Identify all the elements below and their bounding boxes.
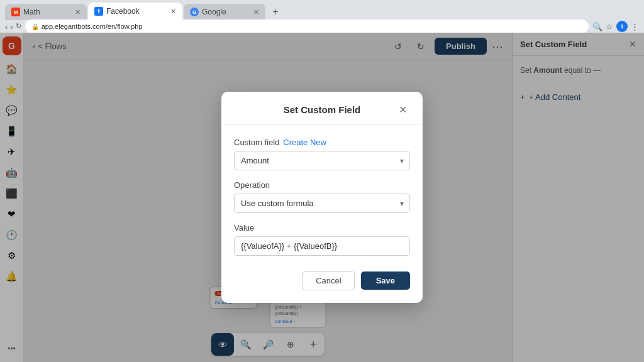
tab-bar: M Math ✕ f Facebook ✕ G Google ✕ + [0, 0, 644, 20]
custom-field-select[interactable]: Amount [234, 151, 410, 170]
tab-math-title: Math [23, 8, 40, 16]
save-button[interactable]: Save [361, 272, 410, 290]
custom-field-label: Custom field [234, 138, 279, 147]
custom-field-select-wrapper: Amount ▾ [234, 151, 410, 170]
profile-icon[interactable]: 1 [616, 21, 628, 32]
math-favicon: M [11, 8, 20, 16]
modal-body: Custom field Create New Amount ▾ Operati… [221, 125, 423, 271]
tab-facebook[interactable]: f Facebook ✕ [88, 3, 182, 20]
facebook-favicon: f [94, 7, 103, 16]
custom-field-group: Custom field Create New Amount ▾ [234, 138, 410, 170]
address-bar: ‹ › ↻ 🔒 app.elegantbots.com/en/flow.php … [0, 20, 644, 33]
cancel-button[interactable]: Cancel [303, 271, 354, 290]
bookmark-icon[interactable]: ☆ [606, 22, 613, 31]
tab-google[interactable]: G Google ✕ [184, 4, 265, 20]
forward-button[interactable]: › [10, 22, 13, 31]
reload-button[interactable]: ↻ [16, 22, 21, 31]
modal: Set Custom Field ✕ Custom field Create N… [221, 92, 423, 303]
custom-field-label-row: Custom field Create New [234, 138, 410, 147]
menu-icon[interactable]: ⋮ [631, 22, 639, 31]
operation-label: Operation [234, 180, 410, 190]
address-text: app.elegantbots.com/en/flow.php [42, 23, 143, 30]
back-button[interactable]: ‹ [5, 22, 8, 31]
tab-google-close[interactable]: ✕ [253, 8, 259, 16]
modal-header: Set Custom Field ✕ [221, 92, 423, 125]
tab-google-title: Google [202, 8, 226, 16]
modal-overlay: Set Custom Field ✕ Custom field Create N… [0, 33, 644, 362]
lock-icon: 🔒 [31, 23, 39, 30]
modal-title: Set Custom Field [249, 104, 395, 115]
app-body: G 🏠 ⭐ 💬 📱 ✈ 🤖 ⬛ ❤ 🕐 ⚙ 🔔 ••• ‹ < Flows ↺ … [0, 33, 644, 362]
tab-math-close[interactable]: ✕ [75, 8, 80, 16]
tab-facebook-title: Facebook [106, 7, 140, 16]
operation-select-wrapper: Use custom formula ▾ [234, 194, 410, 213]
new-tab-button[interactable]: + [267, 4, 284, 20]
create-new-link[interactable]: Create New [283, 138, 326, 147]
value-input[interactable] [234, 236, 410, 256]
address-input[interactable]: 🔒 app.elegantbots.com/en/flow.php [25, 19, 589, 33]
tab-facebook-close[interactable]: ✕ [170, 8, 176, 16]
search-icon[interactable]: 🔍 [592, 22, 602, 31]
modal-close-icon[interactable]: ✕ [395, 102, 410, 117]
modal-footer: Cancel Save [221, 271, 423, 303]
browser-chrome: M Math ✕ f Facebook ✕ G Google ✕ + ‹ › ↻… [0, 0, 644, 33]
google-favicon: G [190, 8, 199, 16]
value-group: Value [234, 223, 410, 256]
operation-group: Operation Use custom formula ▾ [234, 180, 410, 213]
operation-select[interactable]: Use custom formula [234, 194, 410, 213]
value-label: Value [234, 223, 410, 233]
tab-math[interactable]: M Math ✕ [5, 4, 87, 20]
